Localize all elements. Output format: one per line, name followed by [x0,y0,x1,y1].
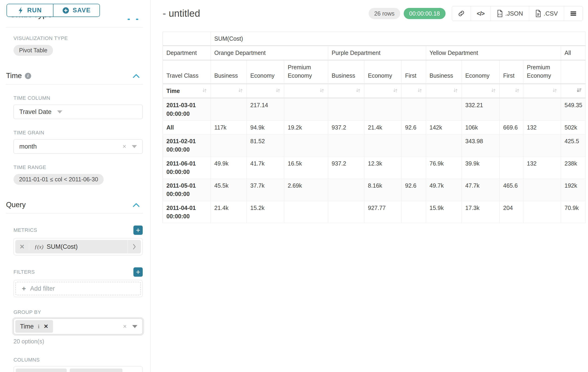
sort-icon[interactable] [393,87,398,95]
pivot-value-cell: 19.2k [284,120,328,134]
chart-type-collapse-icon[interactable] [128,19,138,20]
time-column-select[interactable]: Travel Date [13,105,143,119]
menu-button[interactable] [564,6,583,21]
pivot-value-cell: 47.7k [462,179,500,201]
time-sort-header[interactable]: Time [163,84,211,98]
sort-icon[interactable] [453,87,458,95]
sort-icon[interactable] [202,87,207,95]
filters-label: FILTERS [13,269,35,275]
sort-icon[interactable] [275,87,281,95]
sort-icon[interactable] [356,87,361,95]
collapse-time-icon[interactable] [133,74,140,78]
pivot-value-cell: 8.16k [364,179,402,201]
pivot-value-cell [328,179,364,201]
department-header-cell: Orange Department [211,46,328,60]
pivot-value-cell [500,98,523,121]
pivot-value-cell: 39.9k [462,157,500,179]
pivot-value-cell [523,134,561,157]
info-icon: i [25,73,31,79]
group-by-select[interactable]: Time i ✕ × [13,319,143,334]
add-filter-button[interactable]: + [133,267,143,277]
pivot-value-cell: 12.3k [364,157,402,179]
pivot-value-cell: 106k [462,120,500,134]
pivot-value-cell: 465.6 [500,179,523,201]
chevron-right-icon[interactable] [127,240,141,254]
add-metric-button[interactable]: + [133,225,143,235]
hamburger-icon [570,11,577,16]
column-sort-header[interactable] [247,84,284,98]
column-sort-header[interactable] [364,84,402,98]
chart-title[interactable]: - untitled [163,8,200,19]
save-button[interactable]: SAVE [53,4,99,17]
add-filter-dropzone[interactable]: + Add filter [15,282,141,295]
sort-desc-icon[interactable] [576,87,582,95]
visualization-type-pill[interactable]: Pivot Table [13,45,53,56]
link-icon [458,10,465,17]
pivot-value-cell [402,201,426,223]
columns-tag[interactable]: Travel Class ✕ [70,369,123,372]
column-sort-header[interactable] [500,84,523,98]
chevron-down-icon[interactable] [132,325,137,328]
pivot-value-cell [500,134,523,157]
view-query-button[interactable]: </> [471,6,491,21]
visualization-type-field: VISUALIZATION TYPE Pivot Table [13,35,150,56]
sort-icon[interactable] [491,87,496,95]
travel-class-header-cell: Economy [364,60,402,84]
sort-icon[interactable] [319,87,325,95]
panel-top: Chart Type RUN SAVE [0,0,150,28]
column-sort-header[interactable] [561,84,586,98]
time-range-pill[interactable]: 2011-01-01 ≤ col < 2011-06-30 [13,174,104,185]
columns-tag[interactable]: Department ✕ [16,369,67,372]
remove-metric-icon[interactable]: ✕ [15,243,29,250]
remove-tag-icon[interactable]: ✕ [44,323,48,330]
pivot-value-cell: 343.98 [462,134,500,157]
column-sort-header[interactable] [523,84,561,98]
column-sort-header[interactable] [426,84,462,98]
export-button-group: </> .JSON .CSV [452,6,583,21]
travel-class-header-cell: Premium Economy [523,60,561,84]
time-grain-select[interactable]: month × [13,139,143,154]
pivot-value-cell: 132 [523,120,561,134]
column-sort-header[interactable] [462,84,500,98]
query-duration-badge: 00:00:00.18 [404,8,446,19]
columns-select[interactable]: Department ✕ Travel Class ✕ × [13,366,143,372]
clear-icon[interactable]: × [123,323,127,330]
sort-icon[interactable] [238,87,243,95]
collapse-query-icon[interactable] [133,203,140,207]
chart-panel: - untitled 26 rows 00:00:00.18 </> [151,0,588,372]
explore-view: Chart Type RUN SAVE VISUALIZATION TYPE P… [0,0,588,372]
time-section: Time i TIME COLUMN Travel Date TIME GRAI… [0,72,150,185]
pivot-row: 2011-05-01 00:00:0045.5k37.7k2.69k8.16k9… [163,179,586,201]
run-button[interactable]: RUN [7,4,53,17]
pivot-value-cell: 204 [500,201,523,223]
sort-icon[interactable] [514,87,520,95]
department-row-label: Department [163,46,211,60]
travel-class-header-cell: Business [328,60,364,84]
file-json-icon [497,10,503,17]
clear-icon[interactable]: × [123,143,126,150]
column-sort-header[interactable] [211,84,247,98]
group-by-tag[interactable]: Time i ✕ [15,320,53,333]
pivot-value-cell: 21.4k [364,120,402,134]
pivot-value-cell: 94.9k [247,120,284,134]
sort-icon[interactable] [417,87,422,95]
metrics-box: ✕ ƒ(x) SUM(Cost) [13,238,143,255]
column-sort-header[interactable] [328,84,364,98]
travel-class-header-cell: First [500,60,523,84]
export-json-button[interactable]: .JSON [491,6,529,21]
sort-icon[interactable] [552,87,557,95]
export-csv-button[interactable]: .CSV [529,6,564,21]
travel-class-header-cell [561,60,586,84]
metric-item[interactable]: ✕ ƒ(x) SUM(Cost) [15,240,141,254]
pivot-value-cell [402,98,426,121]
pivot-value-cell: 15.9k [426,201,462,223]
share-link-button[interactable] [452,6,471,21]
query-section-title: Query [6,201,26,209]
travel-class-header-cell: Business [211,60,247,84]
column-sort-header[interactable] [402,84,426,98]
column-sort-header[interactable] [284,84,328,98]
pivot-value-cell: 92.6 [402,120,426,134]
row-header-cell: 2011-06-01 00:00:00 [163,157,211,179]
pivot-value-cell: 2.69k [284,179,328,201]
pivot-value-cell: 17.3k [462,201,500,223]
